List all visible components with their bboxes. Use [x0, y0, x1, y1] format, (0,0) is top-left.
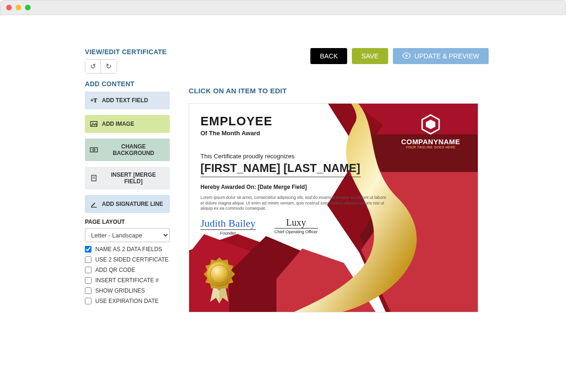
layout-option-0[interactable]: NAME AS 2 DATA FIELDS — [85, 246, 170, 253]
layout-checkbox-3[interactable] — [85, 277, 92, 284]
cert-body[interactable]: Lorem ipsum dolor sit amet, consectetur … — [200, 195, 389, 212]
window-min-icon[interactable] — [16, 5, 21, 10]
signature-1[interactable]: Judith Bailey Founder — [200, 217, 256, 236]
company-block[interactable]: COMPANYNAME YOUR TAGLINE GOES HERE — [393, 114, 468, 149]
layout-option-label: USE EXPIRATION DATE — [95, 298, 158, 304]
sig1-role: Founder — [200, 229, 256, 236]
svg-point-10 — [207, 261, 232, 286]
svg-point-3 — [93, 149, 95, 151]
svg-rect-2 — [91, 148, 98, 152]
change-bg-label: CHANGE BACKGROUND — [102, 143, 165, 156]
eye-icon — [402, 52, 411, 60]
add-image-button[interactable]: ADD IMAGE — [85, 115, 170, 133]
layout-option-4[interactable]: SHOW GRIDLINES — [85, 287, 170, 294]
layout-checkbox-4[interactable] — [85, 287, 92, 294]
layout-option-3[interactable]: INSERT CERTIFICATE # — [85, 277, 170, 284]
layout-option-5[interactable]: USE EXPIRATION DATE — [85, 298, 170, 304]
signatures: Judith Bailey Founder Luxy Chief Operati… — [200, 217, 355, 236]
page-layout-title: PAGE LAYOUT — [85, 219, 170, 225]
merge-label: INSERT [MERGE FIELD] — [102, 172, 165, 185]
layout-option-label: USE 2 SIDED CERTIFICATE — [95, 256, 169, 263]
svg-marker-13 — [426, 120, 435, 129]
layout-option-label: ADD QR CODE — [95, 267, 135, 273]
update-preview-button[interactable]: UPDATE & PREVIEW — [393, 48, 489, 64]
layout-option-label: INSERT CERTIFICATE # — [95, 277, 158, 284]
page-layout-select[interactable]: Letter - Landscape — [85, 228, 170, 242]
browser-window: VIEW/EDIT CERTIFICATE ↺ ↻ ADD CONTENT +𝐓… — [0, 0, 566, 392]
add-image-label: ADD IMAGE — [102, 121, 134, 127]
change-background-button[interactable]: CHANGE BACKGROUND — [85, 139, 170, 161]
layout-checkbox-0[interactable] — [85, 246, 92, 253]
cert-subtitle[interactable]: Of The Month Award — [200, 130, 355, 137]
layout-checkbox-1[interactable] — [85, 256, 92, 263]
cert-name-field[interactable]: [FIRST_NAME] [LAST_NAME] — [200, 162, 361, 177]
add-text-label: ADD TEXT FIELD — [102, 97, 148, 104]
main-area: BACK SAVE UPDATE & PREVIEW CLICK ON AN I… — [189, 48, 491, 312]
add-signature-line-button[interactable]: ADD SIGNATURE LINE — [85, 195, 170, 213]
layout-checkbox-2[interactable] — [85, 267, 92, 273]
layout-option-2[interactable]: ADD QR CODE — [85, 267, 170, 273]
merge-icon — [90, 174, 98, 182]
page-title: VIEW/EDIT CERTIFICATE — [85, 48, 170, 56]
sig2-name: Luxy — [275, 217, 318, 228]
add-text-field-button[interactable]: +𝐓 ADD TEXT FIELD — [85, 91, 170, 109]
signature-2[interactable]: Luxy Chief Operating Officer — [275, 217, 318, 236]
cert-title[interactable]: EMPLOYEE — [200, 114, 355, 129]
sig-label: ADD SIGNATURE LINE — [102, 201, 163, 207]
add-content-title: ADD CONTENT — [85, 80, 170, 88]
image-icon — [90, 120, 98, 128]
canvas-title: CLICK ON AN ITEM TO EDIT — [189, 87, 491, 95]
undo-button[interactable]: ↺ — [85, 60, 101, 73]
text-icon: +𝐓 — [90, 96, 98, 105]
company-tagline: YOUR TAGLINE GOES HERE — [393, 146, 468, 149]
sidebar: VIEW/EDIT CERTIFICATE ↺ ↻ ADD CONTENT +𝐓… — [85, 48, 170, 312]
sig2-role: Chief Operating Officer — [275, 228, 318, 234]
hex-logo-icon — [420, 114, 441, 135]
svg-point-9 — [405, 54, 408, 57]
redo-button[interactable]: ↻ — [101, 60, 117, 73]
svg-rect-4 — [92, 175, 96, 181]
undo-redo-group: ↺ ↻ — [85, 59, 117, 74]
company-name: COMPANYNAME — [393, 138, 468, 146]
cert-recognizes[interactable]: This Certificate proudly recognizes — [200, 153, 355, 160]
layout-option-1[interactable]: USE 2 SIDED CERTIFICATE — [85, 256, 170, 263]
layout-checkbox-5[interactable] — [85, 298, 92, 304]
cert-awarded[interactable]: Hereby Awarded On: [Date Merge Field] — [200, 184, 355, 190]
save-button[interactable]: SAVE — [352, 48, 388, 64]
window-close-icon[interactable] — [6, 5, 12, 10]
back-button[interactable]: BACK — [310, 48, 347, 64]
insert-merge-field-button[interactable]: INSERT [MERGE FIELD] — [85, 167, 170, 189]
certificate-canvas[interactable]: EMPLOYEE Of The Month Award This Certifi… — [189, 103, 478, 312]
cert-text-block[interactable]: EMPLOYEE Of The Month Award This Certifi… — [200, 114, 355, 236]
sig1-name: Judith Bailey — [200, 217, 256, 229]
signature-icon — [90, 200, 98, 208]
topbar: BACK SAVE UPDATE & PREVIEW — [189, 48, 491, 64]
titlebar — [0, 0, 566, 15]
background-icon — [90, 146, 98, 154]
layout-option-label: NAME AS 2 DATA FIELDS — [95, 246, 162, 253]
window-max-icon[interactable] — [25, 5, 31, 10]
layout-option-label: SHOW GRIDLINES — [95, 287, 145, 294]
gold-seal-icon — [199, 254, 240, 306]
